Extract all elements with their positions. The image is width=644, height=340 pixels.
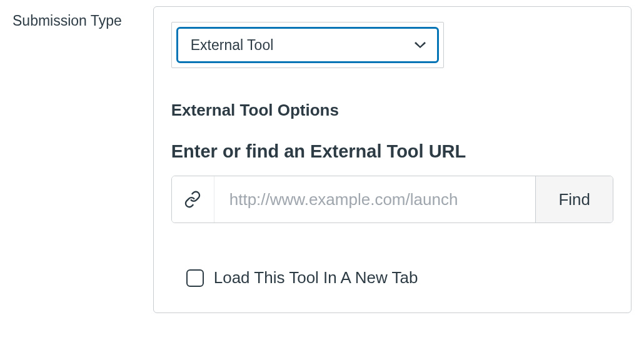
find-button[interactable]: Find [535, 176, 613, 222]
submission-type-select-wrapper: External Tool [171, 22, 444, 68]
load-in-new-tab-checkbox[interactable] [186, 269, 204, 287]
submission-type-select[interactable]: External Tool [176, 27, 439, 63]
external-tool-options-heading: External Tool Options [171, 101, 613, 120]
external-tool-url-input[interactable] [214, 176, 536, 222]
load-in-new-tab-label[interactable]: Load This Tool In A New Tab [214, 268, 418, 288]
external-tool-url-group: Find [171, 176, 613, 223]
external-tool-url-heading: Enter or find an External Tool URL [171, 141, 613, 162]
submission-type-options-box: External Tool External Tool Options Ente… [153, 6, 631, 313]
link-icon [172, 176, 214, 222]
submission-type-label: Submission Type [13, 6, 122, 29]
